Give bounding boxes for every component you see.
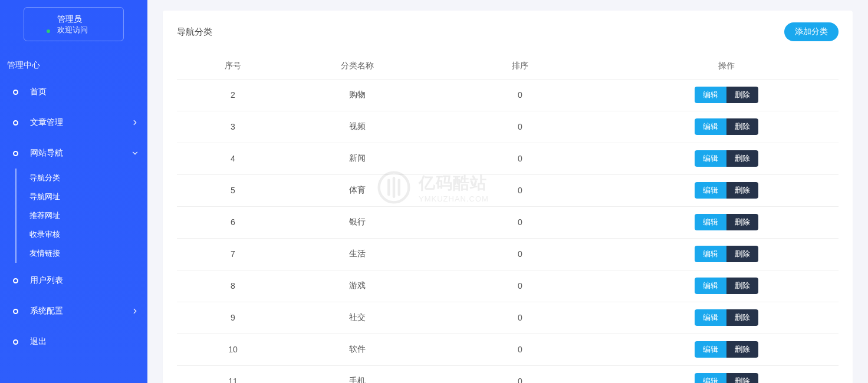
cell-name: 社交 (289, 302, 426, 334)
edit-button[interactable]: 编辑 (695, 309, 726, 326)
cell-sort: 0 (426, 334, 614, 365)
sidebar-subnav: 导航分类导航网址推荐网址收录审核友情链接 (15, 169, 147, 263)
cell-op: 编辑删除 (614, 238, 839, 270)
cell-op: 编辑删除 (614, 79, 839, 111)
table-row: 9社交0编辑删除 (177, 302, 839, 334)
delete-button[interactable]: 删除 (726, 182, 758, 199)
cell-sort: 0 (426, 270, 614, 302)
delete-button[interactable]: 删除 (726, 373, 758, 383)
chevron-right-icon (131, 118, 139, 127)
sidebar-section-title: 管理中心 (0, 49, 147, 77)
cell-sort: 0 (426, 143, 614, 174)
circle-bullet-icon (13, 120, 18, 126)
delete-button[interactable]: 删除 (726, 118, 758, 135)
cell-index: 11 (177, 365, 289, 383)
delete-button[interactable]: 删除 (726, 214, 758, 230)
sidebar-item-label: 网站导航 (30, 148, 63, 159)
sidebar-subitem-label: 推荐网址 (29, 210, 60, 221)
circle-bullet-icon (13, 278, 18, 283)
delete-button[interactable]: 删除 (726, 150, 758, 167)
sidebar-subitem-0[interactable]: 导航分类 (17, 169, 147, 187)
delete-button[interactable]: 删除 (726, 246, 758, 262)
cell-index: 5 (177, 174, 289, 206)
edit-button[interactable]: 编辑 (695, 373, 726, 383)
main-area: 导航分类 添加分类 序号 分类名称 排序 操作 2购物0编辑删除3视频0编辑删除… (147, 0, 868, 383)
edit-button[interactable]: 编辑 (695, 341, 726, 358)
edit-button[interactable]: 编辑 (695, 246, 726, 262)
cell-op: 编辑删除 (614, 111, 839, 143)
cell-name: 游戏 (289, 270, 426, 302)
cell-index: 8 (177, 270, 289, 302)
cell-name: 体育 (289, 174, 426, 206)
th-name: 分类名称 (289, 53, 426, 79)
sidebar-subitem-2[interactable]: 推荐网址 (17, 206, 147, 225)
table-row: 6银行0编辑删除 (177, 206, 839, 238)
circle-bullet-icon (13, 90, 18, 95)
delete-button[interactable]: 删除 (726, 341, 758, 358)
edit-button[interactable]: 编辑 (695, 150, 726, 167)
sidebar-subitem-4[interactable]: 友情链接 (17, 244, 147, 263)
th-sort: 排序 (426, 53, 614, 79)
edit-button[interactable]: 编辑 (695, 118, 726, 135)
sidebar: 管理员 欢迎访问 管理中心 首页文章管理网站导航导航分类导航网址推荐网址收录审核… (0, 0, 147, 383)
table-row: 2购物0编辑删除 (177, 79, 839, 111)
sidebar-subitem-label: 导航分类 (29, 173, 60, 183)
sidebar-item-5[interactable]: 退出 (0, 326, 147, 357)
user-card[interactable]: 管理员 欢迎访问 (24, 7, 124, 41)
edit-button[interactable]: 编辑 (695, 214, 726, 230)
edit-button[interactable]: 编辑 (695, 87, 726, 103)
delete-button[interactable]: 删除 (726, 278, 758, 294)
category-table: 序号 分类名称 排序 操作 2购物0编辑删除3视频0编辑删除4新闻0编辑删除5体… (177, 53, 839, 383)
sidebar-item-label: 系统配置 (30, 306, 63, 316)
table-row: 5体育0编辑删除 (177, 174, 839, 206)
circle-bullet-icon (13, 309, 18, 314)
cell-name: 购物 (289, 79, 426, 111)
sidebar-subitem-3[interactable]: 收录审核 (17, 225, 147, 244)
chevron-right-icon (131, 307, 139, 315)
edit-button[interactable]: 编辑 (695, 278, 726, 294)
cell-op: 编辑删除 (614, 270, 839, 302)
table-row: 7生活0编辑删除 (177, 238, 839, 270)
sidebar-item-4[interactable]: 系统配置 (0, 296, 147, 326)
cell-sort: 0 (426, 174, 614, 206)
table-row: 11手机0编辑删除 (177, 365, 839, 383)
nav: 首页文章管理网站导航导航分类导航网址推荐网址收录审核友情链接用户列表系统配置退出 (0, 77, 147, 357)
sidebar-subitem-label: 友情链接 (29, 248, 60, 259)
sidebar-item-3[interactable]: 用户列表 (0, 265, 147, 296)
table-row: 8游戏0编辑删除 (177, 270, 839, 302)
cell-index: 3 (177, 111, 289, 143)
user-name: 管理员 (57, 14, 88, 25)
cell-index: 10 (177, 334, 289, 365)
cell-name: 新闻 (289, 143, 426, 174)
presence-dot-icon (45, 28, 51, 34)
delete-button[interactable]: 删除 (726, 309, 758, 326)
sidebar-subitem-1[interactable]: 导航网址 (17, 187, 147, 206)
cell-index: 6 (177, 206, 289, 238)
avatar (32, 15, 50, 33)
sidebar-item-label: 首页 (30, 87, 47, 97)
panel: 导航分类 添加分类 序号 分类名称 排序 操作 2购物0编辑删除3视频0编辑删除… (163, 11, 853, 383)
cell-op: 编辑删除 (614, 302, 839, 334)
sidebar-item-1[interactable]: 文章管理 (0, 107, 147, 138)
sidebar-item-label: 用户列表 (30, 275, 63, 286)
cell-op: 编辑删除 (614, 174, 839, 206)
th-op: 操作 (614, 53, 839, 79)
cell-index: 2 (177, 79, 289, 111)
table-row: 10软件0编辑删除 (177, 334, 839, 365)
cell-sort: 0 (426, 111, 614, 143)
sidebar-item-0[interactable]: 首页 (0, 77, 147, 107)
add-category-button[interactable]: 添加分类 (784, 22, 839, 41)
th-index: 序号 (177, 53, 289, 79)
cell-sort: 0 (426, 302, 614, 334)
edit-button[interactable]: 编辑 (695, 182, 726, 199)
table-row: 4新闻0编辑删除 (177, 143, 839, 174)
cell-sort: 0 (426, 79, 614, 111)
sidebar-item-2[interactable]: 网站导航 (0, 138, 147, 169)
table-row: 3视频0编辑删除 (177, 111, 839, 143)
user-welcome: 欢迎访问 (57, 25, 88, 35)
cell-name: 软件 (289, 334, 426, 365)
cell-op: 编辑删除 (614, 334, 839, 365)
chevron-down-icon (131, 149, 139, 157)
sidebar-subitem-label: 导航网址 (29, 192, 60, 202)
delete-button[interactable]: 删除 (726, 87, 758, 103)
